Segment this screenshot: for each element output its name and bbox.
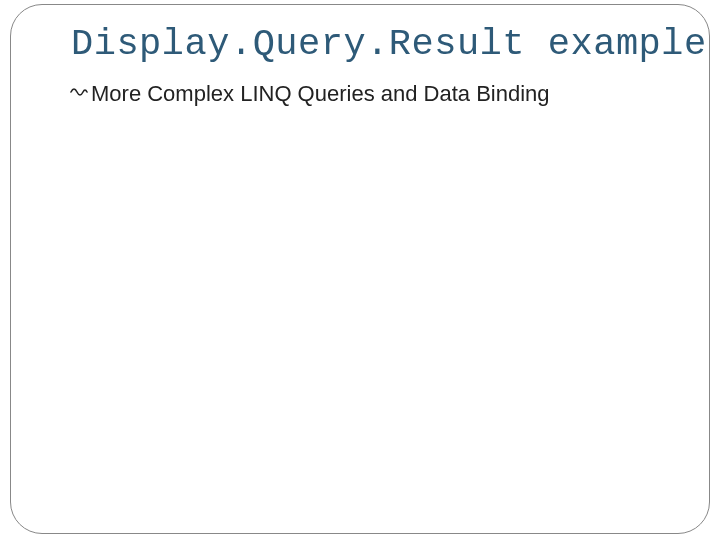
slide-frame: Display.Query.Result example More Comple…	[10, 4, 710, 534]
bullet-item: More Complex LINQ Queries and Data Bindi…	[69, 81, 550, 107]
bullet-text: More Complex LINQ Queries and Data Bindi…	[91, 81, 550, 107]
scribble-bullet-icon	[69, 83, 89, 105]
slide-title: Display.Query.Result example	[71, 23, 707, 65]
